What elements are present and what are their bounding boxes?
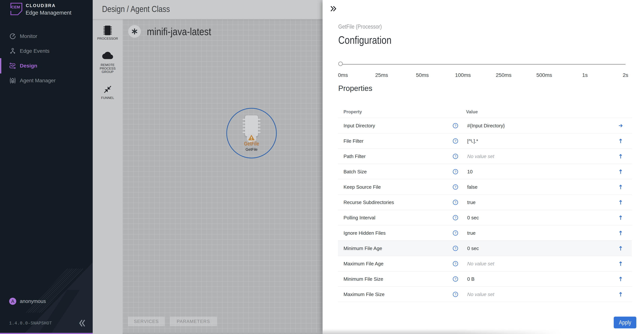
- svg-text:?: ?: [454, 262, 456, 265]
- svg-text:?: ?: [454, 139, 456, 143]
- svg-text:?: ?: [454, 247, 456, 250]
- svg-text:CEM: CEM: [12, 5, 20, 9]
- svg-text:?: ?: [454, 124, 456, 127]
- svg-text:?: ?: [454, 155, 456, 158]
- svg-text:?: ?: [454, 216, 456, 219]
- svg-text:?: ?: [454, 201, 456, 204]
- svg-text:?: ?: [454, 170, 456, 173]
- svg-text:?: ?: [454, 277, 456, 281]
- svg-text:?: ?: [454, 231, 456, 235]
- svg-text:?: ?: [454, 185, 456, 189]
- svg-text:?: ?: [454, 293, 456, 296]
